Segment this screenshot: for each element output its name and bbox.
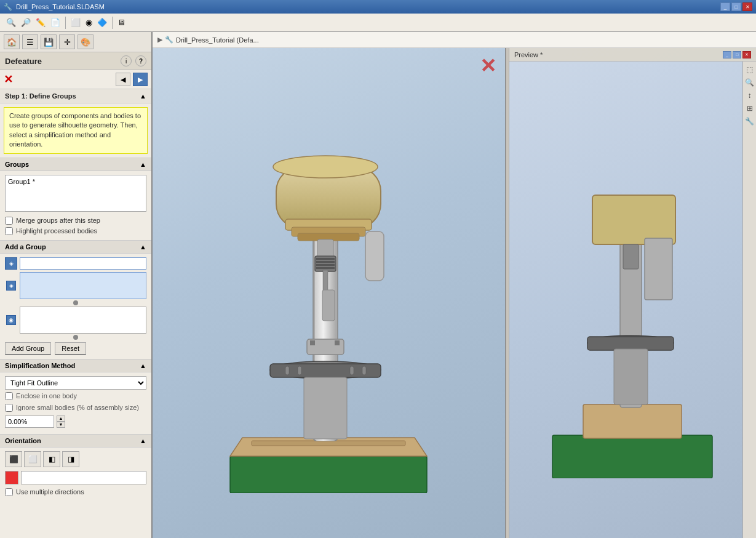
view-close-btn[interactable]: ✕ (480, 54, 496, 78)
nav-back-btn[interactable]: ◀ (116, 73, 130, 86)
add-group-btn[interactable]: Add Group (5, 342, 51, 355)
group2-input-row: ◈ Group2 (5, 257, 146, 270)
add-group-section-label: Add a Group (5, 243, 46, 251)
step1-collapse-icon: ▲ (140, 92, 146, 100)
svg-rect-28 (335, 340, 340, 345)
svg-rect-10 (317, 239, 333, 258)
rtb-btn-3[interactable]: ↕ (747, 90, 753, 101)
svg-rect-13 (316, 261, 335, 263)
svg-rect-34 (592, 195, 675, 244)
orientation-header[interactable]: Orientation ▲ (0, 434, 151, 448)
toolbar-btn-5[interactable]: ⬜ (68, 17, 83, 28)
orientation-label: Orientation (5, 437, 41, 444)
close-panel-btn[interactable]: ✕ (4, 74, 13, 85)
maximize-btn[interactable]: □ (731, 2, 741, 11)
toolbar-btn-6[interactable]: ◉ (83, 17, 95, 28)
drill-press-illustration (153, 48, 505, 538)
toolbar-btn-7[interactable]: 🔷 (95, 17, 109, 28)
panel-icon-btn-1[interactable]: 🏠 (4, 34, 20, 49)
rtb-btn-1[interactable]: ⬚ (745, 64, 754, 75)
ignore-small-bodies-label: Ignore small bodies (% of assembly size) (16, 404, 139, 411)
nav-forward-btn[interactable]: ▶ (133, 73, 148, 86)
percent-down-btn[interactable]: ▼ (57, 422, 65, 428)
preview-max-btn[interactable]: □ (733, 51, 741, 58)
group2-input[interactable]: Group2 (20, 257, 146, 270)
svg-rect-29 (365, 231, 384, 281)
blue-input-area[interactable] (20, 272, 146, 299)
orientation-content: ⬛ ⬜ ◧ ◨ Use multiple directions (0, 448, 151, 501)
close-btn-main[interactable]: ✕ (742, 2, 752, 11)
orient-btn-4[interactable]: ◨ (62, 451, 79, 467)
groups-list[interactable]: Group1 * (5, 175, 146, 212)
ignore-small-bodies-checkbox[interactable] (5, 404, 13, 412)
preview-controls: _ □ ✕ (723, 51, 751, 58)
panel-nav: ✕ ◀ ▶ (0, 70, 151, 89)
highlight-bodies-row: Highlight processed bodies (5, 226, 146, 236)
input-icon-2: ◉ (5, 307, 17, 334)
preview-close-btn[interactable]: ✕ (742, 51, 751, 58)
rtb-btn-2[interactable]: 🔍 (744, 77, 755, 88)
toolbar-sep-1 (65, 17, 66, 29)
percent-input[interactable]: 0.00% (5, 416, 54, 428)
white-input-area[interactable] (20, 307, 146, 334)
simplification-select[interactable]: Tight Fit Outline Bounding Box Convex Hu… (5, 376, 146, 390)
step1-header[interactable]: Step 1: Define Groups ▲ (0, 89, 151, 103)
groups-content: Group1 * Merge groups after this step Hi… (0, 171, 151, 240)
scroll-dot-1 (73, 300, 78, 305)
svg-point-6 (273, 156, 378, 178)
panel-info-btn[interactable]: i (121, 55, 132, 66)
toolbar-btn-2[interactable]: 🔎 (18, 17, 33, 28)
right-area: ▶ 🔧 Drill_Press_Tutorial (Defa... ✕ (153, 32, 756, 538)
svg-rect-27 (310, 340, 315, 345)
simplification-content: Tight Fit Outline Bounding Box Convex Hu… (0, 372, 151, 434)
groups-section-header[interactable]: Groups ▲ (0, 158, 151, 171)
merge-groups-row: Merge groups after this step (5, 215, 146, 226)
input-icon-1: ◈ (5, 272, 17, 299)
orientation-collapse-icon: ▲ (140, 437, 146, 444)
window-controls: _ □ ✕ (720, 2, 752, 11)
orient-btn-1[interactable]: ⬛ (5, 451, 22, 467)
rtb-btn-5[interactable]: 🔧 (744, 116, 755, 127)
multiple-directions-checkbox[interactable] (5, 488, 13, 496)
toolbar-btn-3[interactable]: ✏️ (33, 17, 48, 28)
panel-header: Defeature i ? (0, 52, 151, 70)
cad-views-container: ✕ (153, 48, 756, 538)
panel-icon-btn-5[interactable]: 🎨 (78, 34, 94, 49)
enclose-body-checkbox[interactable] (5, 392, 13, 400)
group1-item: Group1 * (8, 178, 35, 185)
panel-header-icons: i ? (121, 55, 146, 66)
cad-view-main: ✕ (153, 48, 506, 538)
panel-icon-btn-2[interactable]: ☰ (22, 34, 38, 49)
simplification-header[interactable]: Simplification Method ▲ (0, 359, 151, 372)
toolbar-btn-4[interactable]: 📄 (48, 17, 63, 28)
percent-up-btn[interactable]: ▲ (57, 416, 65, 422)
info-box: Create groups of components and bodies t… (4, 107, 148, 154)
preview-min-btn[interactable]: _ (723, 51, 731, 58)
svg-rect-14 (316, 264, 335, 266)
highlight-bodies-checkbox[interactable] (5, 227, 13, 235)
merge-groups-checkbox[interactable] (5, 217, 13, 225)
app-icon: 🔧 (4, 3, 12, 11)
svg-rect-2 (252, 441, 405, 446)
toolbar-sep-2 (112, 17, 113, 29)
minimize-btn[interactable]: _ (720, 2, 730, 11)
breadcrumb-bar: ▶ 🔧 Drill_Press_Tutorial (Defa... (153, 32, 756, 48)
toolbar-btn-1[interactable]: 🔍 (4, 17, 18, 28)
svg-rect-32 (583, 404, 682, 438)
reset-btn[interactable]: Reset (55, 342, 86, 355)
orient-btn-3[interactable]: ◧ (43, 451, 60, 467)
orient-btn-2[interactable]: ⬜ (24, 451, 41, 467)
preview-titlebar: Preview * _ □ ✕ (509, 48, 756, 62)
multiple-directions-label: Use multiple directions (16, 488, 84, 496)
toolbar-btn-8[interactable]: 🖥 (115, 17, 128, 28)
merge-groups-label: Merge groups after this step (16, 217, 100, 224)
scroll-indicator-1 (5, 300, 146, 305)
step1-title: Step 1: Define Groups (5, 92, 76, 100)
add-group-section-header[interactable]: Add a Group ▲ (0, 240, 151, 254)
direction-input[interactable] (21, 471, 146, 484)
panel-icon-btn-4[interactable]: ✛ (59, 34, 75, 49)
rtb-btn-4[interactable]: ⊞ (746, 103, 754, 114)
preview-title: Preview * (514, 51, 543, 58)
panel-icon-btn-3[interactable]: 💾 (41, 34, 57, 49)
panel-help-btn[interactable]: ? (135, 55, 146, 66)
